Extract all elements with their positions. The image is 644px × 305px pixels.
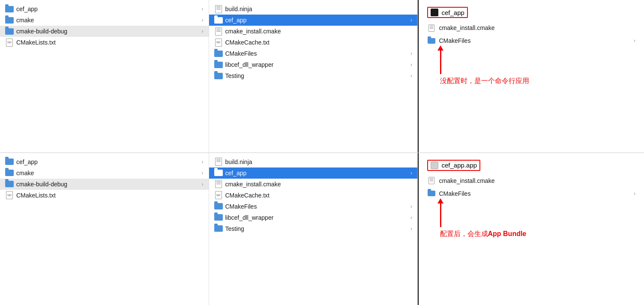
txt-file-icon: TXT (214, 39, 223, 46)
file-label: Testing (225, 225, 244, 232)
preview-top-item: cef_app (427, 7, 636, 18)
preview-item: CMakeFiles › (427, 34, 636, 47)
folder-icon (214, 61, 223, 68)
chevron-right-icon: › (202, 28, 204, 34)
file-label: libcef_dll_wrapper (225, 61, 274, 68)
list-item[interactable]: TXT CMakeCache.txt (209, 37, 418, 48)
chevron-right-icon: › (410, 170, 412, 176)
annotation-text: 没配置时，是一个命令行应用 (440, 77, 529, 86)
chevron-right-icon: › (410, 51, 412, 57)
annotation-text: 配置后，会生成App Bundle (440, 230, 527, 239)
text-file-icon (427, 176, 436, 185)
list-item[interactable]: cmake-build-debug › (0, 26, 209, 37)
folder-icon (214, 170, 223, 176)
text-file-icon (214, 158, 223, 165)
chevron-right-icon: › (202, 181, 204, 187)
folder-icon (5, 170, 14, 176)
folder-icon (427, 189, 436, 198)
preview-item: cmake_install.cmake (427, 174, 636, 187)
file-label: CMakeLists.txt (16, 39, 56, 46)
folder-icon (214, 72, 223, 79)
file-label: cmake_install.cmake (225, 181, 281, 188)
list-item[interactable]: Testing › (209, 223, 418, 234)
list-item[interactable]: TXT CMakeCache.txt (209, 190, 418, 201)
cef-app-box: cef_app (427, 7, 468, 18)
list-item[interactable]: Testing › (209, 70, 418, 81)
preview-top-item: cef_app.app (427, 160, 636, 171)
panel-top-mid: build.ninja cef_app › cmake_install.cmak… (209, 0, 418, 152)
file-label: CMakeLists.txt (16, 192, 56, 199)
list-item[interactable]: TXT CMakeLists.txt (0, 190, 209, 201)
file-label: cmake-build-debug (16, 181, 67, 188)
list-item[interactable]: cef_app › (209, 167, 418, 179)
preview-item: CMakeFiles › (427, 187, 636, 200)
folder-icon (214, 203, 223, 210)
folder-icon (214, 214, 223, 221)
file-label: CMakeFiles (225, 203, 257, 210)
chevron-right-icon: › (634, 191, 635, 197)
file-label: cmake_install.cmake (225, 28, 281, 35)
list-item[interactable]: CMakeFiles › (209, 48, 418, 59)
list-item[interactable]: build.ninja (209, 3, 418, 15)
list-item[interactable]: libcef_dll_wrapper › (209, 212, 418, 223)
folder-icon (5, 17, 14, 24)
list-item[interactable]: cmake-build-debug › (0, 179, 209, 190)
chevron-right-icon: › (202, 6, 204, 12)
arrow-line (440, 51, 441, 74)
chevron-right-icon: › (410, 215, 412, 221)
list-item[interactable]: cmake_install.cmake (209, 179, 418, 190)
file-label: cmake (16, 17, 34, 24)
panel-top-right: cef_app cmake_install.cmake CMakeFiles › (419, 0, 644, 152)
text-file-icon (427, 24, 436, 32)
file-label: cmake_install.cmake (439, 177, 495, 184)
exec-icon (431, 9, 438, 16)
list-item[interactable]: cmake › (0, 167, 209, 179)
file-label: CMakeFiles (439, 37, 471, 44)
chevron-right-icon: › (410, 203, 412, 209)
list-item[interactable]: cmake › (0, 15, 209, 26)
file-label: CMakeFiles (439, 190, 471, 197)
text-file-icon (214, 28, 223, 35)
file-label: cmake_install.cmake (439, 24, 495, 31)
folder-icon (214, 17, 223, 24)
chevron-right-icon: › (202, 159, 204, 165)
chevron-right-icon: › (410, 226, 412, 232)
folder-icon (214, 50, 223, 57)
list-item[interactable]: CMakeFiles › (209, 201, 418, 212)
arrow-line (440, 203, 441, 227)
cef-app-bundle-label: cef_app.app (442, 161, 477, 169)
file-label: CMakeCache.txt (225, 39, 270, 46)
cef-app-label: cef_app (442, 9, 464, 16)
list-item[interactable]: cef_app › (0, 156, 209, 167)
file-label: CMakeCache.txt (225, 192, 270, 199)
list-item[interactable]: libcef_dll_wrapper › (209, 59, 418, 70)
file-label: Testing (225, 72, 244, 79)
list-item[interactable]: TXT CMakeLists.txt (0, 37, 209, 48)
file-label: cmake-build-debug (16, 28, 67, 35)
file-label: cef_app (225, 17, 247, 24)
arrow-annotation: 配置后，会生成App Bundle (440, 203, 636, 239)
annotation-bold: App Bundle (488, 230, 527, 237)
list-item[interactable]: cmake_install.cmake (209, 26, 418, 37)
panel-bot-mid: build.ninja cef_app › cmake_install.cmak… (209, 153, 418, 305)
list-item[interactable]: cef_app › (0, 3, 209, 15)
txt-file-icon: TXT (5, 39, 14, 46)
file-label: libcef_dll_wrapper (225, 214, 274, 221)
file-label: cmake (16, 170, 34, 176)
folder-icon (214, 225, 223, 232)
app-bundle-icon (431, 161, 438, 169)
chevron-right-icon: › (202, 17, 204, 23)
list-item[interactable]: cef_app › (209, 15, 418, 26)
file-label: cef_app (16, 6, 38, 12)
main-container: cef_app › cmake › cmake-build-debug › TX… (0, 0, 644, 305)
txt-file-icon: TXT (214, 192, 223, 199)
arrow-annotation: 没配置时，是一个命令行应用 (440, 51, 636, 86)
row-bottom: cef_app › cmake › cmake-build-debug › TX… (0, 153, 644, 305)
list-item[interactable]: build.ninja (209, 156, 418, 167)
chevron-right-icon: › (410, 73, 412, 79)
panel-bot-right: cef_app.app cmake_install.cmake CMakeFil… (419, 153, 644, 305)
chevron-right-icon: › (634, 38, 635, 44)
panel-top-left: cef_app › cmake › cmake-build-debug › TX… (0, 0, 209, 152)
cef-app-bundle-box: cef_app.app (427, 160, 481, 171)
file-label: build.ninja (225, 158, 252, 165)
